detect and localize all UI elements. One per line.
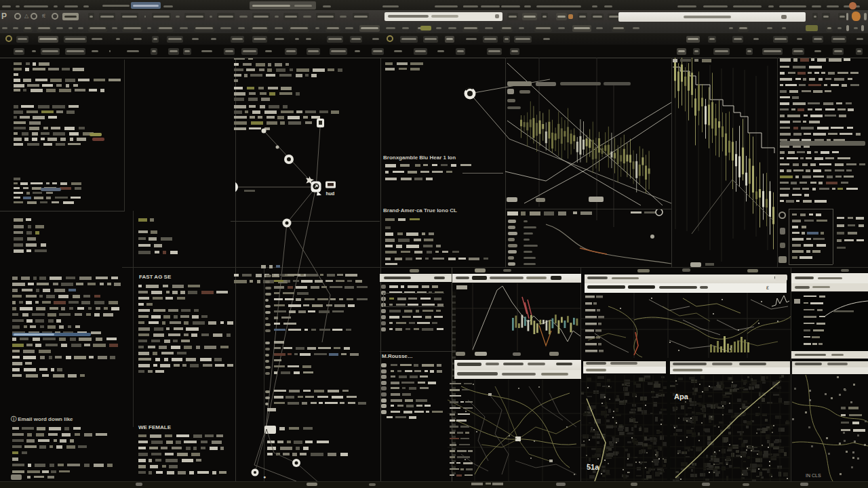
svg-text:Apa: Apa — [674, 392, 689, 401]
svg-text:51a: 51a — [587, 463, 599, 471]
svg-text:hud: hud — [326, 191, 335, 196]
